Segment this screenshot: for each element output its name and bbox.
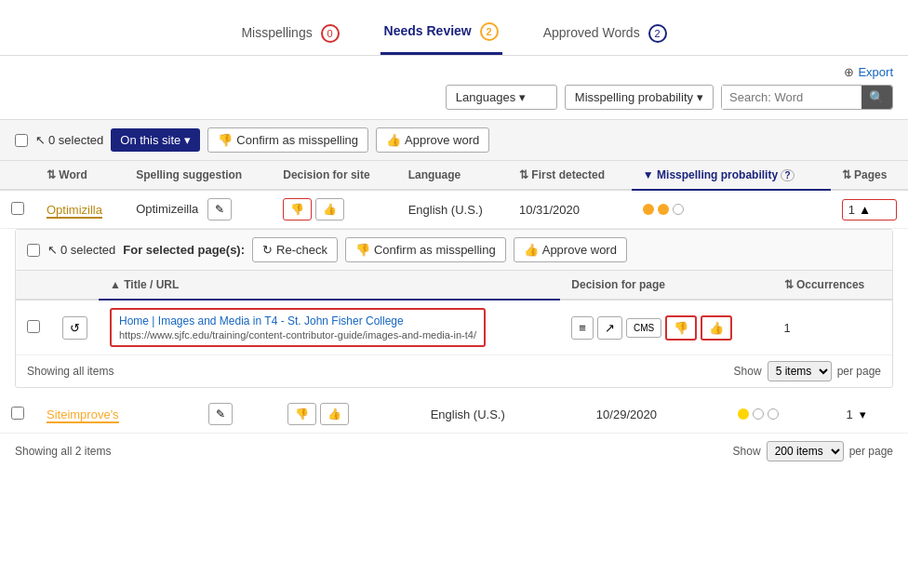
recheck-icon: ↻ xyxy=(262,243,273,257)
th-misspelling-prob[interactable]: ▼ Misspelling probability ? xyxy=(632,161,831,190)
row2-checkbox[interactable] xyxy=(11,407,24,420)
sub-row1-list-button[interactable]: ≡ xyxy=(571,316,594,340)
probability-dropdown[interactable]: Misspelling probability ▾ xyxy=(565,85,714,110)
sub-row1-thumbsup-button[interactable]: 👍 xyxy=(701,315,732,341)
row1-pages-expand[interactable]: ▲ xyxy=(857,203,873,217)
row2-dots xyxy=(738,408,823,420)
row2-thumbsdown-button[interactable]: 👎 xyxy=(287,403,316,425)
sub-th-decision: Decision for page xyxy=(560,271,772,300)
row2-dot3 xyxy=(768,408,779,420)
sub-row1-external-button[interactable]: ↗ xyxy=(597,316,622,340)
row1-spelling: Optimizeilla xyxy=(136,202,198,216)
sub-confirm-button[interactable]: 👎 Confirm as misspelling xyxy=(345,237,506,262)
selection-arrow-icon: ↖ xyxy=(35,133,46,147)
row2-dot1 xyxy=(738,408,749,420)
sub-th-checkbox xyxy=(16,271,51,300)
th-spelling-label: Spelling suggestion xyxy=(136,168,242,181)
export-button[interactable]: ⊕ Export xyxy=(844,65,893,79)
sub-select-all-checkbox[interactable] xyxy=(27,244,40,257)
tab-needs-review[interactable]: Needs Review 2 xyxy=(381,13,502,55)
on-this-site-label: On this site xyxy=(120,133,180,147)
table-row: Optimizilla Optimizeilla ✎ 👎 👍 English (… xyxy=(0,190,908,229)
select-all-checkbox[interactable] xyxy=(15,134,28,147)
sub-row1-decision-cell: ≡ ↗ CMS 👎 👍 xyxy=(560,300,772,355)
search-button[interactable]: 🔍 xyxy=(861,86,892,109)
tab-misspellings[interactable]: Misspellings 0 xyxy=(237,15,342,54)
th-first-detected[interactable]: ⇅ First detected xyxy=(508,161,632,190)
top-toolbar: ⊕ Export xyxy=(0,56,908,85)
search-input[interactable] xyxy=(722,86,861,109)
main-footer: Showing all 2 items Show 200 items per p… xyxy=(0,434,908,469)
tab-needs-review-badge: 2 xyxy=(480,22,499,41)
sub-selection-wrap: ↖ 0 selected xyxy=(47,243,115,257)
sub-per-page-select[interactable]: 5 items xyxy=(768,361,832,381)
prob-sort-icon: ▼ xyxy=(643,168,654,181)
row1-word-link[interactable]: Optimizilla xyxy=(47,203,102,219)
th-spelling: Spelling suggestion xyxy=(125,161,272,190)
title-sort-icon: ▲ xyxy=(110,278,121,291)
th-decision: Decision for site xyxy=(272,161,396,190)
row1-detected-cell: 10/31/2020 xyxy=(508,190,632,229)
sub-panel-footer: Showing all items Show 5 items per page xyxy=(16,355,892,387)
footer-show-label: Show xyxy=(733,445,761,458)
tab-approved-words-label: Approved Words xyxy=(543,25,640,40)
sub-table: ▲ Title / URL Decision for page ⇅ Occurr… xyxy=(16,271,892,355)
sub-row1-refresh-button[interactable]: ↺ xyxy=(62,316,87,340)
row2-pages-expand[interactable]: ▾ xyxy=(860,408,866,421)
tab-misspellings-label: Misspellings xyxy=(241,25,312,40)
row2-word-link[interactable]: Siteimprove's xyxy=(47,408,119,423)
main-table-row2: Siteimprove's ✎ 👎 👍 English (U.S.) 10/29… xyxy=(0,395,908,434)
sub-thumbsup-icon: 👍 xyxy=(524,243,539,257)
row2-thumbsup-button[interactable]: 👍 xyxy=(320,403,349,425)
sub-th-occurrences[interactable]: ⇅ Occurrences xyxy=(773,271,892,300)
row1-edit-button[interactable]: ✎ xyxy=(207,198,232,220)
sub-row1-occ-value: 1 xyxy=(784,321,791,335)
sub-row1-checkbox[interactable] xyxy=(27,320,40,333)
th-decision-label: Decision for site xyxy=(283,168,369,181)
tab-approved-words[interactable]: Approved Words 2 xyxy=(540,15,671,54)
row2-language: English (U.S.) xyxy=(431,408,505,421)
sub-row1-thumbsdown-button[interactable]: 👎 xyxy=(665,315,697,341)
footer-per-page-wrap: Show 200 items per page xyxy=(733,441,893,461)
site-chevron-icon: ▾ xyxy=(184,133,191,147)
footer-showing: Showing all 2 items xyxy=(15,445,111,458)
sub-recheck-button[interactable]: ↻ Re-check xyxy=(252,237,338,262)
confirm-label: Confirm as misspelling xyxy=(236,133,358,147)
probability-label: Misspelling probability xyxy=(575,90,693,104)
thumbs-up-icon: 👍 xyxy=(386,133,401,147)
sub-th-decision-label: Decision for page xyxy=(571,278,665,291)
sub-show-label: Show xyxy=(734,365,762,378)
sub-confirm-label: Confirm as misspelling xyxy=(374,243,496,257)
prob-info-icon: ? xyxy=(781,169,794,181)
selected-count: 0 selected xyxy=(48,133,103,147)
probability-chevron-icon: ▾ xyxy=(697,90,703,104)
row1-dot2 xyxy=(658,204,669,215)
th-pages[interactable]: ⇅ Pages xyxy=(831,161,908,190)
row1-thumbsup-button[interactable]: 👍 xyxy=(315,198,344,220)
row1-language: English (U.S.) xyxy=(408,203,483,217)
th-checkbox xyxy=(0,161,35,190)
row1-language-cell: English (U.S.) xyxy=(397,190,508,229)
row1-thumbsdown-button[interactable]: 👎 xyxy=(283,198,312,220)
approve-word-button[interactable]: 👍 Approve word xyxy=(376,127,489,153)
sub-th-title-url[interactable]: ▲ Title / URL xyxy=(99,271,560,300)
main-table: ⇅ Word Spelling suggestion Decision for … xyxy=(0,161,908,229)
word-sort-icon: ⇅ xyxy=(47,168,56,181)
thumbs-down-icon: 👎 xyxy=(218,133,233,147)
row2-dot2 xyxy=(753,408,764,420)
th-language: Language xyxy=(397,161,508,190)
sub-arrow-icon: ↖ xyxy=(47,243,58,257)
row1-checkbox-cell xyxy=(0,190,35,229)
sub-row1-cms-button[interactable]: CMS xyxy=(626,318,661,338)
export-label: Export xyxy=(858,65,893,79)
sub-row1-title-link[interactable]: Home | Images and Media in T4 - St. John… xyxy=(119,314,404,327)
row1-prob-cell xyxy=(632,190,831,229)
languages-dropdown[interactable]: Languages ▾ xyxy=(446,85,557,110)
sub-approve-button[interactable]: 👍 Approve word xyxy=(514,237,627,262)
confirm-misspelling-button[interactable]: 👎 Confirm as misspelling xyxy=(207,127,368,153)
footer-per-page-select[interactable]: 200 items xyxy=(767,441,844,461)
row1-checkbox[interactable] xyxy=(11,202,24,215)
on-this-site-dropdown[interactable]: On this site ▾ xyxy=(111,128,200,152)
th-word[interactable]: ⇅ Word xyxy=(35,161,125,190)
row2-edit-button[interactable]: ✎ xyxy=(208,403,233,425)
